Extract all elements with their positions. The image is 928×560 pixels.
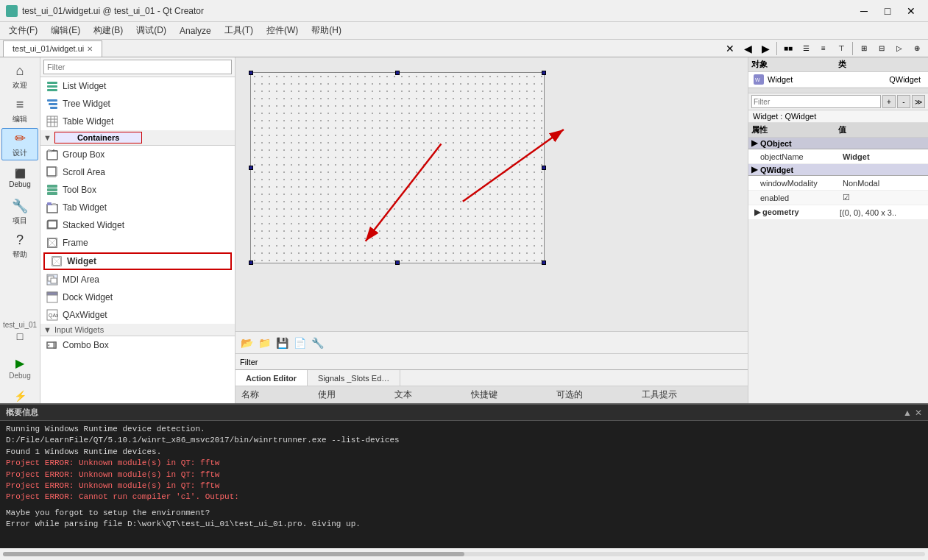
run-label: test_ui_01 — [3, 321, 37, 329]
menu-build[interactable]: 构建(B) — [88, 23, 129, 39]
widget-object-icon: W — [753, 74, 765, 85]
svg-rect-4 — [49, 103, 57, 105]
action-columns: 名称 使用 文本 快捷键 可选的 工具提示 — [235, 386, 748, 403]
canvas-dotted-bg — [251, 73, 544, 263]
toolbar-cut[interactable]: ≡ — [815, 40, 832, 57]
maximize-button[interactable]: □ — [876, 4, 899, 18]
svg-rect-6 — [47, 116, 57, 127]
toolbar-align[interactable]: ⊤ — [833, 40, 849, 57]
signals-slots-tab[interactable]: Signals _Slots Ed… — [308, 370, 400, 386]
widget-item-qax[interactable]: QAx QAxWidget — [40, 306, 235, 324]
widget-item-toolbox[interactable]: Tool Box — [40, 181, 235, 199]
tab-close-icon[interactable]: ✕ — [87, 45, 93, 53]
widget-item-scroll[interactable]: Scroll Area — [40, 163, 235, 181]
debug2-label: Debug — [9, 372, 30, 380]
toolbar-zoom[interactable]: ⊕ — [909, 40, 925, 57]
widget-item-frame[interactable]: Frame — [40, 234, 235, 252]
handle-br[interactable] — [542, 260, 546, 265]
widget-item-groupbox[interactable]: GrpBox Group Box — [40, 146, 235, 163]
object-inspector-item[interactable]: W Widget QWidget — [748, 72, 928, 88]
toolbar-save2[interactable]: ▶ — [757, 40, 773, 57]
canvas-widget[interactable] — [250, 72, 545, 263]
menu-widgets[interactable]: 控件(W) — [261, 23, 304, 39]
widget-item-tabwidget[interactable]: Tab Widget — [40, 199, 235, 216]
toolbar-sep1 — [776, 42, 777, 55]
menu-file[interactable]: 文件(F) — [3, 23, 43, 39]
canvas-saveas-btn[interactable]: 📄 — [291, 335, 308, 351]
menu-help[interactable]: 帮助(H) — [305, 23, 347, 39]
tab-widget-ui[interactable]: test_ui_01/widget.ui ✕ — [3, 40, 102, 57]
menu-tools[interactable]: 工具(T) — [219, 23, 259, 39]
tree-widget-icon — [46, 98, 58, 110]
props-filter-plus[interactable]: + — [882, 95, 896, 108]
props-enabled-row[interactable]: enabled ☑ — [748, 191, 928, 205]
toolbar-copy[interactable]: ■■ — [780, 40, 796, 57]
handle-tl[interactable] — [249, 71, 253, 75]
widget-item-widget[interactable]: Widget — [43, 252, 232, 270]
handle-ml[interactable] — [249, 166, 253, 170]
toolbar-save1[interactable]: ◀ — [740, 40, 756, 57]
canvas-content[interactable] — [235, 57, 748, 331]
widget-item-dock[interactable]: Dock Widget — [40, 288, 235, 306]
sidebar-edit[interactable]: ≡ 编辑 — [1, 94, 38, 127]
bottom-panel-up[interactable]: ▲ — [903, 408, 912, 418]
canvas-filter-bar: Filter — [235, 353, 748, 369]
props-scroll-bar[interactable] — [0, 548, 928, 560]
props-filter-minus[interactable]: - — [897, 95, 910, 108]
help-icon: ? — [16, 233, 24, 248]
widget-item-combo[interactable]: ▾ Combo Box — [40, 336, 235, 354]
svg-text:QAx: QAx — [49, 313, 58, 319]
canvas-build-btn[interactable]: 🔧 — [309, 335, 325, 351]
containers-chevron: ▼ — [43, 133, 52, 142]
handle-bl[interactable] — [249, 260, 253, 265]
toolbar-paste[interactable]: ☰ — [798, 40, 814, 57]
props-objectname-row[interactable]: objectName Widget — [748, 149, 928, 164]
svg-text:W: W — [755, 77, 760, 82]
minimize-button[interactable]: ─ — [853, 4, 875, 18]
sidebar-help[interactable]: ? 帮助 — [1, 230, 38, 262]
bottom-panel-close[interactable]: ✕ — [915, 408, 922, 418]
sidebar-projects[interactable]: 🔧 项目 — [1, 196, 38, 228]
handle-tm[interactable] — [395, 71, 400, 75]
close-button[interactable]: ✕ — [900, 4, 922, 18]
props-windowmodality-row[interactable]: windowModality NonModal — [748, 176, 928, 191]
handle-bm[interactable] — [395, 260, 400, 265]
canvas-folder-btn[interactable]: 📁 — [256, 335, 272, 351]
debug-icon: ⬛ — [15, 169, 26, 179]
sidebar-debug[interactable]: ⬛ Debug — [1, 162, 38, 194]
toolbar-new[interactable]: ✕ — [722, 40, 738, 57]
sidebar-debug2[interactable]: ▶ Debug — [1, 352, 38, 384]
containers-section-header[interactable]: ▼ Containers — [40, 130, 235, 146]
props-filter-input[interactable] — [751, 95, 881, 108]
props-filter-more[interactable]: ≫ — [912, 95, 925, 108]
svg-rect-2 — [47, 89, 57, 91]
svg-rect-14 — [47, 167, 56, 176]
sidebar-welcome[interactable]: ⌂ 欢迎 — [1, 60, 38, 93]
action-editor-tab[interactable]: Action Editor — [235, 370, 308, 386]
toolbar-grid[interactable]: ⊞ — [856, 40, 872, 57]
widget-filter-input[interactable] — [43, 60, 232, 74]
widget-item-stacked[interactable]: Stacked Widget — [40, 216, 235, 234]
widget-item-list[interactable]: List Widget — [40, 77, 235, 95]
canvas-save-btn[interactable]: 💾 — [274, 335, 290, 351]
qwidget-section[interactable]: ▶ QWidget — [748, 164, 928, 176]
widget-item-tree[interactable]: Tree Widget — [40, 95, 235, 113]
canvas-open-btn[interactable]: 📂 — [238, 335, 255, 351]
bottom-panel: 概要信息 ▲ ✕ Running Windows Runtime device … — [0, 403, 928, 560]
props-geometry-row[interactable]: ▶ geometry [(0, 0), 400 x 3.. — [748, 205, 928, 220]
menu-debug[interactable]: 调试(D) — [130, 23, 172, 39]
toolbar-grid2[interactable]: ⊟ — [874, 40, 890, 57]
widget-item-table[interactable]: Table Widget — [40, 113, 235, 130]
log-line-2: Found 1 Windows Runtime devices. — [6, 447, 922, 458]
handle-tr[interactable] — [542, 71, 546, 75]
frame-icon — [46, 237, 58, 249]
sidebar-design[interactable]: ✏ 设计 — [1, 128, 38, 160]
qobject-section[interactable]: ▶ QObject — [748, 138, 928, 149]
handle-mr[interactable] — [542, 166, 546, 170]
menu-edit[interactable]: 编辑(E) — [45, 23, 86, 39]
menu-analyze[interactable]: Analyze — [174, 23, 217, 39]
input-widgets-section-header[interactable]: ▼ Input Widgets — [40, 324, 235, 336]
sidebar-run[interactable]: test_ui_01 □ — [1, 315, 38, 347]
widget-item-mdi[interactable]: MDI Area — [40, 271, 235, 288]
toolbar-preview[interactable]: ▷ — [891, 40, 907, 57]
